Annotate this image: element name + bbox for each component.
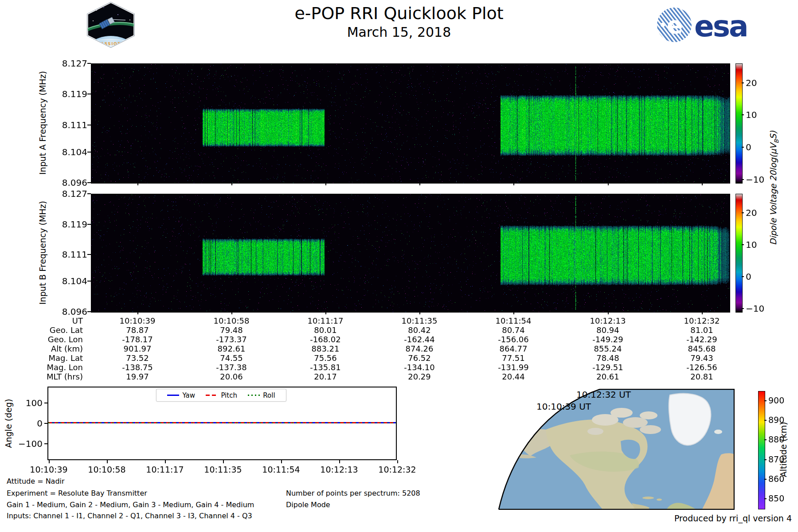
ephemeris-cell: 76.52 xyxy=(377,353,462,363)
ephemeris-cell: 19.97 xyxy=(95,372,180,381)
angle-xtick-label: 10:10:58 xyxy=(76,465,138,474)
voltage-colorbar-a xyxy=(735,63,743,184)
angle-ytick-mark xyxy=(44,403,47,403)
points-annotation: Number of points per spectrum: 5208 xyxy=(286,489,420,497)
ephemeris-cell: -137.38 xyxy=(189,363,274,372)
freq-tick-mark xyxy=(87,125,91,125)
esa-logo-icon: e esa xyxy=(656,7,750,45)
colorbar-tick-label: 20 xyxy=(746,78,757,88)
colorbar-tick-label: 0 xyxy=(746,142,751,153)
angle-xtick-label: 10:11:35 xyxy=(192,465,254,474)
legend-line-swatch xyxy=(248,395,260,396)
freq-tick-mark xyxy=(87,152,91,153)
legend-line-swatch xyxy=(206,395,218,396)
ephemeris-cell: 78.48 xyxy=(566,353,650,363)
freq-tick-label: 8.127 xyxy=(56,188,87,199)
angle-xtick-mark xyxy=(223,460,224,463)
freq-tick-label: 8.119 xyxy=(56,89,87,99)
ephemeris-cell: -156.06 xyxy=(471,335,555,344)
ephemeris-cell: -135.81 xyxy=(283,363,368,372)
angle-ytick-label: −100 xyxy=(13,438,43,449)
ephemeris-cell: 80.42 xyxy=(377,325,462,335)
ephemeris-cell: 20.44 xyxy=(471,372,555,381)
legend-item: Roll xyxy=(248,391,275,399)
ephemeris-cell: 10:11:54 xyxy=(471,316,555,325)
voltage-colorbar-label: Dipole Voltage 20log(μVBS) xyxy=(768,57,779,319)
freq-tick-label: 8.111 xyxy=(56,249,87,260)
ephemeris-cell: 79.48 xyxy=(189,325,274,335)
angle-ytick-label: 100 xyxy=(13,398,43,408)
ephemeris-cell: 845.68 xyxy=(660,344,744,353)
angle-xtick-label: 10:11:17 xyxy=(134,465,196,474)
ephemeris-cell: 74.55 xyxy=(189,353,274,363)
colorbar-tick-label: 10 xyxy=(746,110,757,120)
track-start-time-label: 10:10:39 UT xyxy=(536,401,591,412)
spectrogram-a-heatmap xyxy=(91,64,730,183)
colorbar-tick-label: −10 xyxy=(746,303,764,314)
ephemeris-cell: 864.77 xyxy=(471,344,555,353)
ephemeris-cell: -131.99 xyxy=(471,363,555,372)
legend-label: Yaw xyxy=(182,391,195,399)
ephemeris-cell: 10:10:58 xyxy=(189,316,274,325)
ephemeris-cell: 901.97 xyxy=(95,344,180,353)
spectrogram-b-panel xyxy=(91,194,730,313)
ephemeris-cell: -142.29 xyxy=(660,335,744,344)
ephemeris-row-label: Alt (km) xyxy=(0,344,83,353)
angle-xtick-mark xyxy=(49,460,50,463)
ephemeris-cell: 883.21 xyxy=(283,344,368,353)
ephemeris-cell: -178.17 xyxy=(95,335,180,344)
svg-text:e: e xyxy=(667,11,683,39)
spectrogram-b-ylabel: Input B Frequency (MHz) xyxy=(38,186,48,319)
legend-line-swatch xyxy=(167,395,179,396)
altitude-colorbar xyxy=(758,391,765,509)
legend-label: Pitch xyxy=(221,391,237,399)
page-date: March 15, 2018 xyxy=(177,24,621,40)
ephemeris-cell: 892.61 xyxy=(189,344,274,353)
ephemeris-cell: 78.87 xyxy=(95,325,180,335)
page-title: e-POP RRI Quicklook Plot xyxy=(177,4,621,23)
ephemeris-cell: 80.01 xyxy=(283,325,368,335)
colorbar-tick-label: 10 xyxy=(746,239,757,250)
spectrogram-b-heatmap xyxy=(91,194,730,312)
ephemeris-cell: 10:12:13 xyxy=(566,316,650,325)
ephemeris-cell: 75.56 xyxy=(283,353,368,363)
ephemeris-cell: -138.75 xyxy=(95,363,180,372)
freq-tick-label: 8.127 xyxy=(56,58,87,69)
ephemeris-row-label: Geo. Lon xyxy=(0,335,83,344)
voltage-colorbar-b xyxy=(735,194,743,313)
angle-xtick-label: 10:12:32 xyxy=(366,465,428,474)
ephemeris-cell: 80.94 xyxy=(566,325,650,335)
freq-tick-label: 8.119 xyxy=(56,219,87,230)
ephemeris-cell: 10:10:39 xyxy=(95,316,180,325)
freq-tick-mark xyxy=(87,311,91,312)
ephemeris-cell: 79.43 xyxy=(660,353,744,363)
colorbar-tick-label: 0 xyxy=(746,271,751,282)
produced-by-annotation: Produced by rri_ql version 4 xyxy=(532,513,792,523)
cassiope-mission-patch-icon: CASSIOPE xyxy=(83,1,138,50)
esa-logo-text: esa xyxy=(694,9,747,43)
roll-line xyxy=(48,422,396,423)
freq-tick-label: 8.096 xyxy=(56,306,87,317)
experiment-annotation: Experiment = Resolute Bay Transmitter xyxy=(7,489,147,497)
ephemeris-cell: 73.52 xyxy=(95,353,180,363)
ephemeris-row-label: Geo. Lat xyxy=(0,325,83,335)
ephemeris-cell: -173.37 xyxy=(189,335,274,344)
ephemeris-cell: 20.17 xyxy=(283,372,368,381)
legend-item: Yaw xyxy=(167,391,195,399)
freq-tick-mark xyxy=(87,254,91,255)
freq-tick-label: 8.104 xyxy=(56,147,87,157)
ephemeris-cell: -134.10 xyxy=(377,363,462,372)
attitude-annotation: Attitude = Nadir xyxy=(7,477,65,485)
ephemeris-cell: -162.44 xyxy=(377,335,462,344)
angle-xtick-mark xyxy=(397,460,398,463)
track-end-time-label: 10:12:32 UT xyxy=(576,389,631,400)
ephemeris-cell: 20.61 xyxy=(566,372,650,381)
ephemeris-cell: 10:11:17 xyxy=(283,316,368,325)
freq-tick-label: 8.104 xyxy=(56,276,87,286)
ephemeris-cell: 20.29 xyxy=(377,372,462,381)
freq-tick-label: 8.096 xyxy=(56,177,87,188)
altitude-colorbar-label: Altitude (km) xyxy=(778,383,789,516)
ground-track-map xyxy=(494,389,735,512)
ephemeris-cell: 855.24 xyxy=(566,344,650,353)
angle-ytick-mark xyxy=(44,423,47,424)
